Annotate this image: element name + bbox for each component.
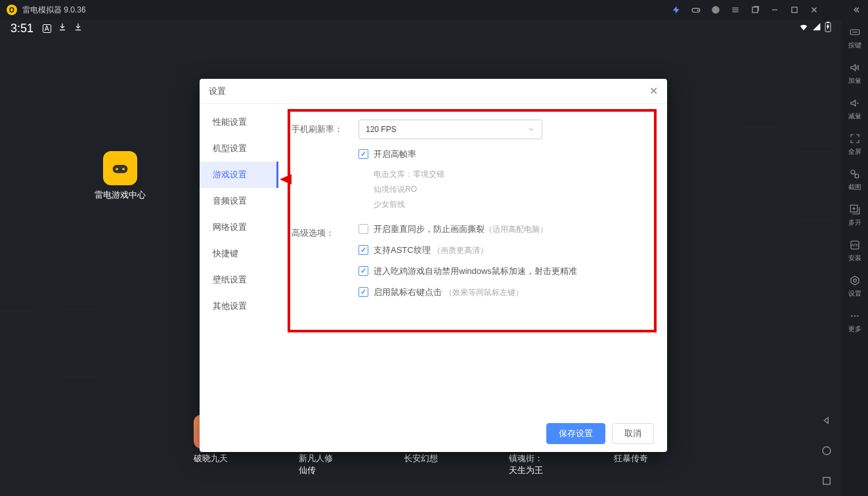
sidebar-item-game[interactable]: 游戏设置 bbox=[200, 162, 278, 188]
dialog-close-button[interactable]: ✕ bbox=[649, 85, 658, 97]
home-icon[interactable] bbox=[821, 445, 833, 457]
svg-rect-6 bbox=[752, 7, 758, 12]
svg-point-31 bbox=[851, 315, 852, 317]
right-click-checkbox[interactable] bbox=[358, 287, 368, 297]
gamepad-icon[interactable] bbox=[691, 5, 701, 15]
settings-dialog: 设置 ✕ 性能设置 机型设置 游戏设置 音频设置 网络设置 快捷键 壁纸设置 其… bbox=[200, 79, 667, 452]
battery-icon bbox=[825, 22, 831, 35]
minimize-icon[interactable] bbox=[770, 5, 780, 15]
rail-settings[interactable]: 设置 bbox=[848, 275, 861, 298]
input-method-icon: A bbox=[43, 24, 51, 33]
collapse-rail-icon[interactable] bbox=[851, 5, 861, 15]
settings-sidebar: 性能设置 机型设置 游戏设置 音频设置 网络设置 快捷键 壁纸设置 其他设置 bbox=[200, 104, 278, 415]
mouse-accel-checkbox[interactable] bbox=[358, 266, 368, 276]
svg-point-30 bbox=[854, 279, 857, 282]
rail-volume-down[interactable]: 减量 bbox=[848, 97, 861, 121]
rail-multi[interactable]: 多开 bbox=[848, 204, 861, 227]
emulator-screen: 3:51 A 雷电游戏中心 O破晓九天 O新凡人修仙传 O长安幻想 O镇魂街：天… bbox=[0, 20, 842, 496]
android-status-bar: 3:51 A bbox=[0, 20, 842, 37]
advanced-label: 高级选项： bbox=[292, 223, 358, 305]
svg-rect-13 bbox=[113, 165, 128, 173]
clock: 3:51 bbox=[11, 22, 33, 35]
sidebar-item-wallpaper[interactable]: 壁纸设置 bbox=[200, 267, 278, 293]
rail-fullscreen[interactable]: 全屏 bbox=[848, 133, 861, 156]
svg-rect-8 bbox=[792, 7, 797, 12]
right-rail: 按键 加量 减量 全屏 截图 多开 APK安装 设置 更多 bbox=[842, 20, 868, 496]
rail-volume-up[interactable]: 加量 bbox=[848, 62, 861, 85]
high-fps-game-list: 电击文库：零境交错 仙境传说RO 少女前线 bbox=[374, 167, 658, 212]
right-click-hint: （效果等同鼠标左键） bbox=[445, 288, 523, 297]
svg-rect-0 bbox=[692, 9, 700, 12]
rail-keymap[interactable]: 按键 bbox=[848, 26, 861, 50]
game-center-label: 雷电游戏中心 bbox=[95, 189, 146, 201]
close-icon[interactable] bbox=[809, 5, 819, 15]
rail-install[interactable]: APK安装 bbox=[848, 239, 861, 263]
vsync-checkbox[interactable] bbox=[358, 224, 368, 234]
refresh-rate-select[interactable]: 120 FPS bbox=[358, 120, 542, 139]
mouse-accel-label: 进入吃鸡游戏自动禁用windows鼠标加速，射击更精准 bbox=[374, 265, 577, 277]
sidebar-item-shortcut[interactable]: 快捷键 bbox=[200, 240, 278, 267]
wifi-icon bbox=[798, 22, 809, 35]
app-logo-icon: O bbox=[7, 5, 17, 15]
game-center-app[interactable]: 雷电游戏中心 bbox=[95, 151, 146, 201]
save-button[interactable]: 保存设置 bbox=[546, 423, 605, 444]
recents-icon[interactable] bbox=[821, 475, 833, 487]
popout-icon[interactable] bbox=[750, 5, 760, 15]
svg-point-14 bbox=[116, 168, 118, 170]
settings-content: 手机刷新率： 120 FPS 开启高帧率 bbox=[278, 104, 667, 415]
download-icon-2 bbox=[74, 22, 83, 34]
highlight-arrow-icon bbox=[280, 174, 292, 185]
svg-rect-17 bbox=[823, 478, 831, 485]
svg-point-16 bbox=[823, 447, 831, 455]
svg-point-1 bbox=[697, 10, 698, 11]
download-icon bbox=[58, 22, 67, 34]
chevron-down-icon bbox=[527, 125, 535, 133]
rail-more[interactable]: 更多 bbox=[848, 310, 861, 334]
svg-marker-29 bbox=[851, 276, 859, 285]
svg-rect-12 bbox=[827, 22, 829, 23]
astc-label: 支持ASTC纹理 bbox=[374, 245, 431, 255]
svg-point-15 bbox=[122, 168, 125, 170]
sidebar-item-audio[interactable]: 音频设置 bbox=[200, 188, 278, 214]
maximize-icon[interactable] bbox=[789, 5, 800, 15]
game-center-icon bbox=[103, 151, 137, 185]
refresh-rate-label: 手机刷新率： bbox=[292, 120, 358, 212]
signal-icon bbox=[812, 22, 822, 35]
cancel-button[interactable]: 取消 bbox=[612, 423, 654, 444]
sidebar-item-network[interactable]: 网络设置 bbox=[200, 214, 278, 240]
lightning-icon[interactable] bbox=[671, 5, 682, 15]
sidebar-item-performance[interactable]: 性能设置 bbox=[200, 109, 278, 135]
sidebar-item-other[interactable]: 其他设置 bbox=[200, 293, 278, 319]
svg-text:APK: APK bbox=[852, 243, 859, 247]
vsync-hint: （适用高配电脑） bbox=[485, 225, 548, 234]
android-nav-buttons bbox=[821, 415, 833, 487]
avatar-icon[interactable] bbox=[710, 5, 721, 15]
astc-hint: （画质更高清） bbox=[433, 246, 488, 255]
svg-point-2 bbox=[712, 6, 720, 14]
back-icon[interactable] bbox=[821, 415, 833, 426]
app-title: 雷电模拟器 9.0.36 bbox=[22, 5, 86, 16]
high-fps-label: 开启高帧率 bbox=[374, 148, 416, 160]
right-click-label: 启用鼠标右键点击 bbox=[374, 287, 442, 297]
sidebar-item-model[interactable]: 机型设置 bbox=[200, 135, 278, 162]
vsync-label: 开启垂直同步，防止画面撕裂 bbox=[374, 224, 485, 234]
high-fps-checkbox[interactable] bbox=[358, 149, 368, 159]
astc-checkbox[interactable] bbox=[358, 245, 368, 255]
menu-icon[interactable] bbox=[730, 5, 741, 15]
titlebar: O 雷电模拟器 9.0.36 bbox=[0, 0, 868, 20]
dialog-title: 设置 bbox=[209, 85, 226, 97]
svg-point-32 bbox=[854, 315, 856, 317]
svg-point-33 bbox=[857, 315, 858, 317]
svg-line-23 bbox=[854, 173, 856, 175]
